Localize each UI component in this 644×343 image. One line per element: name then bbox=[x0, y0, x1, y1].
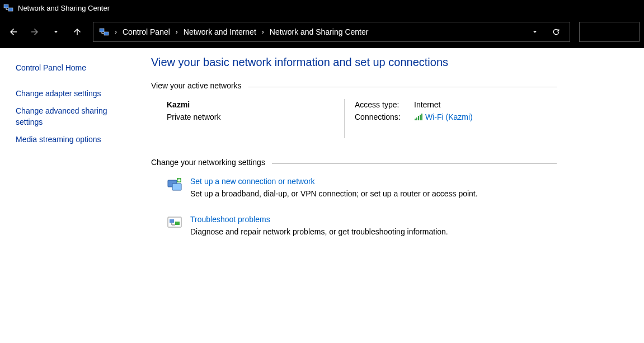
change-advanced-sharing-link[interactable]: Change advanced sharing settings bbox=[16, 102, 128, 131]
wifi-connection-text: Wi-Fi (Kazmi) bbox=[425, 112, 473, 121]
network-sharing-icon bbox=[3, 3, 13, 13]
network-identity: Kazmi Private network bbox=[151, 100, 344, 138]
setup-connection-desc: Set up a broadband, dial-up, or VPN conn… bbox=[190, 189, 478, 198]
window-titlebar: Network and Sharing Center bbox=[0, 0, 644, 16]
svg-rect-17 bbox=[178, 180, 181, 181]
setup-connection-icon bbox=[167, 177, 182, 192]
access-type-label: Access type: bbox=[355, 100, 406, 109]
svg-rect-10 bbox=[418, 116, 419, 120]
troubleshoot-desc: Diagnose and repair network problems, or… bbox=[190, 227, 448, 236]
svg-rect-20 bbox=[175, 222, 180, 225]
networking-settings-section-header: Change your networking settings bbox=[151, 158, 557, 167]
chevron-right-icon[interactable]: › bbox=[115, 28, 117, 36]
network-name: Kazmi bbox=[167, 100, 344, 109]
troubleshoot-icon bbox=[167, 215, 182, 231]
chevron-right-icon[interactable]: › bbox=[262, 28, 264, 36]
sidebar: Control Panel Home Change adapter settin… bbox=[0, 48, 143, 343]
up-button[interactable] bbox=[68, 23, 86, 41]
section-label: View your active networks bbox=[151, 81, 242, 90]
section-label: Change your networking settings bbox=[151, 158, 265, 167]
svg-rect-11 bbox=[420, 115, 421, 120]
active-networks-section-header: View your active networks bbox=[151, 81, 557, 90]
window-title: Network and Sharing Center bbox=[18, 4, 110, 12]
navigation-bar: › Control Panel › Network and Internet ›… bbox=[0, 16, 644, 48]
svg-rect-19 bbox=[170, 219, 174, 223]
svg-rect-8 bbox=[415, 119, 416, 120]
troubleshoot-item: Troubleshoot problems Diagnose and repai… bbox=[167, 215, 622, 236]
refresh-button[interactable] bbox=[548, 24, 564, 40]
change-adapter-settings-link[interactable]: Change adapter settings bbox=[16, 85, 128, 103]
page-heading: View your basic network information and … bbox=[151, 56, 622, 69]
network-sharing-icon bbox=[99, 27, 109, 37]
setup-connection-link[interactable]: Set up a new connection or network bbox=[190, 177, 478, 186]
svg-rect-1 bbox=[8, 8, 13, 11]
main-panel: View your basic network information and … bbox=[143, 48, 644, 343]
media-streaming-options-link[interactable]: Media streaming options bbox=[16, 131, 128, 149]
svg-rect-12 bbox=[421, 114, 422, 120]
divider bbox=[248, 87, 557, 87]
address-bar[interactable]: › Control Panel › Network and Internet ›… bbox=[93, 22, 570, 42]
chevron-right-icon[interactable]: › bbox=[176, 28, 178, 36]
wifi-connection-link[interactable]: Wi-Fi (Kazmi) bbox=[414, 112, 473, 121]
wifi-signal-icon bbox=[414, 113, 423, 121]
control-panel-home-link[interactable]: Control Panel Home bbox=[16, 59, 128, 77]
network-type: Private network bbox=[167, 112, 344, 121]
troubleshoot-link[interactable]: Troubleshoot problems bbox=[190, 215, 448, 224]
access-type-value: Internet bbox=[414, 100, 440, 109]
connections-label: Connections: bbox=[355, 112, 406, 121]
back-button[interactable] bbox=[4, 23, 22, 41]
svg-rect-9 bbox=[416, 118, 417, 120]
previous-locations-button[interactable] bbox=[527, 24, 543, 40]
divider bbox=[272, 163, 557, 164]
svg-rect-0 bbox=[4, 4, 8, 8]
breadcrumb-network-internet[interactable]: Network and Internet bbox=[184, 27, 256, 36]
recent-locations-button[interactable] bbox=[47, 23, 65, 41]
content-area: Control Panel Home Change adapter settin… bbox=[0, 48, 644, 343]
search-input[interactable] bbox=[579, 22, 640, 42]
svg-rect-4 bbox=[100, 29, 104, 32]
svg-rect-5 bbox=[104, 32, 109, 35]
forward-button[interactable] bbox=[26, 23, 44, 41]
setup-connection-item: Set up a new connection or network Set u… bbox=[167, 177, 622, 198]
breadcrumb-control-panel[interactable]: Control Panel bbox=[123, 27, 170, 36]
active-network-panel: Kazmi Private network Access type: Inter… bbox=[151, 100, 622, 138]
network-details: Access type: Internet Connections: bbox=[345, 100, 473, 138]
svg-rect-14 bbox=[172, 184, 181, 190]
breadcrumb-network-sharing[interactable]: Network and Sharing Center bbox=[270, 27, 369, 36]
